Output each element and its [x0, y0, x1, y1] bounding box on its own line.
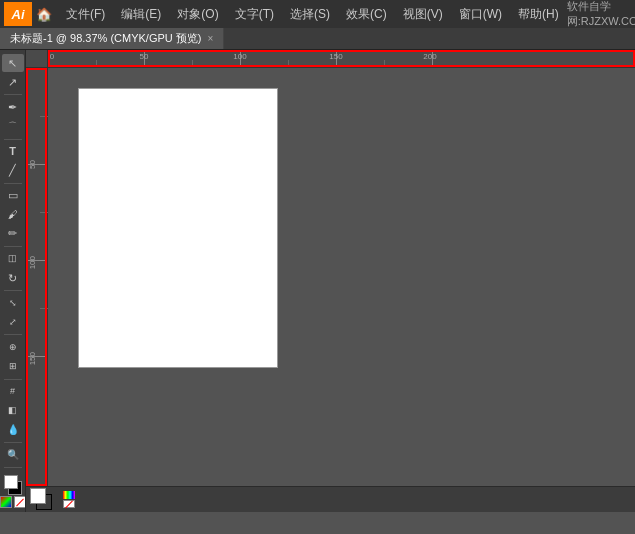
- scale-icon: ⤡: [9, 299, 17, 308]
- ai-logo: Ai: [4, 2, 32, 26]
- tool-separator-1: [4, 94, 22, 95]
- direct-selection-tool-button[interactable]: ↗: [2, 73, 24, 91]
- selection-icon: ↖: [8, 58, 17, 69]
- tool-separator-5: [4, 290, 22, 291]
- title-bar: Ai 🏠 文件(F) 编辑(E) 对象(O) 文字(T) 选择(S) 效果(C)…: [0, 0, 635, 28]
- ruler-minor-tick-h-125: [288, 60, 289, 68]
- horizontal-ruler: 0 50 100 150 200: [48, 50, 635, 68]
- color-spectrum-button[interactable]: [63, 491, 75, 499]
- menu-edit[interactable]: 编辑(E): [113, 4, 169, 25]
- eraser-tool-button[interactable]: ◫: [2, 250, 24, 268]
- shape-builder-icon: ⊕: [9, 343, 17, 352]
- ruler-label-h-50: 50: [140, 52, 149, 61]
- rectangle-tool-button[interactable]: ▭: [2, 187, 24, 205]
- gradient-icon: ◧: [8, 406, 17, 415]
- toolbar: ↖ ↗ ✒ ⌒ T ╱ ▭ 🖌 ✏ ◫: [0, 50, 26, 512]
- menu-window[interactable]: 窗口(W): [451, 4, 510, 25]
- zoom-icon: 🔍: [7, 450, 19, 460]
- tool-separator-2: [4, 139, 22, 140]
- pen-icon: ✒: [8, 102, 17, 113]
- line-icon: ╱: [9, 165, 16, 176]
- paintbrush-icon: 🖌: [8, 210, 18, 220]
- ruler-minor-tick-v-75: [40, 212, 48, 213]
- ruler-minor-tick-v-125: [40, 308, 48, 309]
- tab-bar: 未标题-1 @ 98.37% (CMYK/GPU 预览) ×: [0, 28, 635, 50]
- watermark-text: 软件自学网:RJZXW.COM: [567, 0, 635, 29]
- home-icon[interactable]: 🏠: [36, 3, 52, 25]
- bottom-bar: [26, 486, 635, 512]
- canvas-content: 50 100 150: [26, 68, 635, 486]
- tool-separator-8: [4, 442, 22, 443]
- ruler-v-red-border: [26, 68, 47, 486]
- pen-tool-button[interactable]: ✒: [2, 98, 24, 116]
- menu-file[interactable]: 文件(F): [58, 4, 113, 25]
- pencil-tool-button[interactable]: ✏: [2, 225, 24, 243]
- zoom-tool-button[interactable]: 🔍: [2, 446, 24, 464]
- shape-builder-tool-button[interactable]: ⊕: [2, 338, 24, 356]
- curvature-icon: ⌒: [8, 122, 17, 131]
- menu-type[interactable]: 文字(T): [227, 4, 282, 25]
- eyedropper-icon: 💧: [7, 425, 19, 435]
- menu-effect[interactable]: 效果(C): [338, 4, 395, 25]
- ruler-minor-tick-h-75: [192, 60, 193, 68]
- artboard: [78, 88, 278, 368]
- ruler-row: 0 50 100 150 200: [26, 50, 635, 68]
- line-tool-button[interactable]: ╱: [2, 162, 24, 180]
- menu-select[interactable]: 选择(S): [282, 4, 338, 25]
- tool-separator-3: [4, 183, 22, 184]
- rotate-icon: ↻: [8, 273, 17, 284]
- paintbrush-tool-button[interactable]: 🖌: [2, 206, 24, 224]
- menu-object[interactable]: 对象(O): [169, 4, 226, 25]
- bottom-fill-swatch[interactable]: [30, 488, 46, 504]
- ruler-label-v-50: 50: [28, 160, 37, 169]
- ruler-corner: [26, 50, 48, 68]
- ruler-minor-tick-v-25: [40, 116, 48, 117]
- live-paint-tool-button[interactable]: ⊞: [2, 357, 24, 375]
- color-util-buttons: [63, 491, 75, 508]
- ruler-label-v-150: 150: [28, 352, 37, 365]
- fill-color-swatch[interactable]: [4, 475, 18, 489]
- rotate-tool-button[interactable]: ↻: [2, 269, 24, 287]
- ruler-label-h-0: 0: [50, 52, 54, 61]
- type-tool-button[interactable]: T: [2, 142, 24, 160]
- ruler-label-h-200: 200: [423, 52, 436, 61]
- ruler-label-h-100: 100: [233, 52, 246, 61]
- mesh-tool-button[interactable]: #: [2, 382, 24, 400]
- fill-stroke-area: [2, 475, 24, 493]
- menu-view[interactable]: 视图(V): [395, 4, 451, 25]
- scale-tool-button[interactable]: ⤡: [2, 294, 24, 312]
- rectangle-icon: ▭: [8, 190, 18, 201]
- no-color-button[interactable]: [63, 500, 75, 508]
- tool-separator-9: [4, 467, 22, 468]
- ruler-tick-v-0: [26, 68, 47, 69]
- curvature-tool-button[interactable]: ⌒: [2, 117, 24, 135]
- menu-help[interactable]: 帮助(H): [510, 4, 567, 25]
- tab-label: 未标题-1 @ 98.37% (CMYK/GPU 预览): [10, 31, 201, 46]
- gradient-tool-button[interactable]: ◧: [2, 402, 24, 420]
- ruler-label-v-100: 100: [28, 256, 37, 269]
- canvas-area: 0 50 100 150 200: [26, 50, 635, 512]
- live-paint-icon: ⊞: [9, 362, 17, 371]
- ruler-minor-tick-h-25: [96, 60, 97, 68]
- vertical-ruler: 50 100 150: [26, 68, 48, 486]
- tool-separator-4: [4, 246, 22, 247]
- type-icon: T: [9, 146, 16, 157]
- color-mode-buttons: [0, 496, 26, 508]
- eraser-icon: ◫: [8, 254, 17, 263]
- pencil-icon: ✏: [8, 228, 17, 239]
- mesh-icon: #: [10, 387, 15, 396]
- document-tab[interactable]: 未标题-1 @ 98.37% (CMYK/GPU 预览) ×: [0, 28, 224, 49]
- tool-separator-6: [4, 334, 22, 335]
- fill-stroke-display: [30, 488, 58, 512]
- none-color-button[interactable]: [14, 496, 26, 508]
- direct-selection-icon: ↗: [8, 77, 17, 88]
- ruler-label-h-150: 150: [329, 52, 342, 61]
- main-layout: ↖ ↗ ✒ ⌒ T ╱ ▭ 🖌 ✏ ◫: [0, 50, 635, 512]
- canvas-viewport[interactable]: [48, 68, 635, 486]
- free-transform-tool-button[interactable]: ⤢: [2, 313, 24, 331]
- free-transform-icon: ⤢: [9, 318, 17, 327]
- color-mode-button[interactable]: [0, 496, 12, 508]
- eyedropper-tool-button[interactable]: 💧: [2, 421, 24, 439]
- selection-tool-button[interactable]: ↖: [2, 54, 24, 72]
- tab-close-button[interactable]: ×: [207, 33, 213, 44]
